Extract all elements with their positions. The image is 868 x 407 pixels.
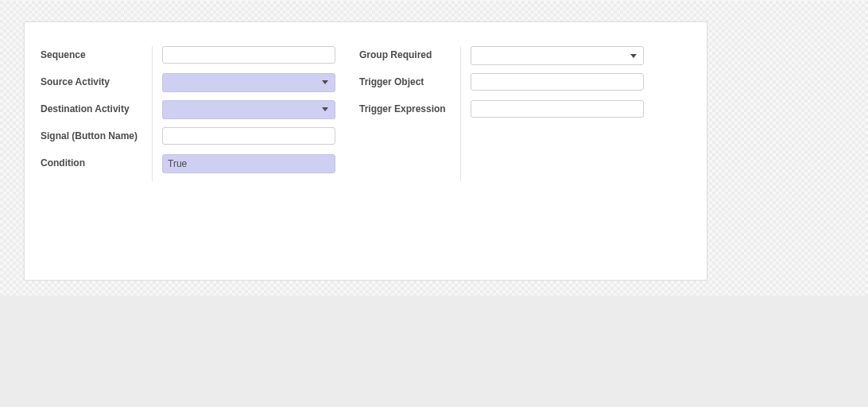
- label-sequence: Sequence: [41, 46, 138, 73]
- chevron-down-icon: [322, 107, 328, 112]
- label-group-required: Group Required: [359, 46, 446, 73]
- chevron-down-icon: [630, 50, 637, 61]
- source-activity-select[interactable]: [162, 73, 335, 92]
- label-destination-activity: Destination Activity: [41, 100, 138, 127]
- trigger-object-input[interactable]: [471, 73, 644, 91]
- form-panel: Sequence Source Activity Destination Act…: [24, 21, 707, 281]
- label-trigger-expression: Trigger Expression: [359, 100, 446, 127]
- label-trigger-object: Trigger Object: [359, 73, 446, 100]
- chevron-down-icon: [322, 80, 328, 85]
- sequence-input[interactable]: [162, 46, 335, 64]
- trigger-expression-input[interactable]: [471, 100, 644, 118]
- condition-input[interactable]: True: [162, 154, 335, 173]
- destination-activity-select[interactable]: [162, 100, 335, 119]
- label-condition: Condition: [41, 154, 138, 181]
- group-required-select[interactable]: [471, 46, 644, 65]
- label-signal: Signal (Button Name): [41, 127, 138, 154]
- label-source-activity: Source Activity: [41, 73, 138, 100]
- signal-input[interactable]: [162, 127, 335, 145]
